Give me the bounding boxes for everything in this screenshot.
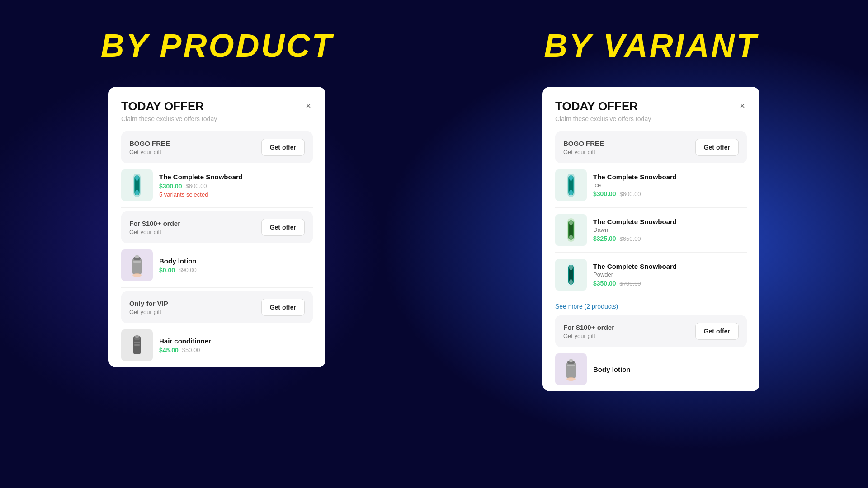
offer-100-text-variant: For $100+ order Get your gift <box>563 324 614 339</box>
offer-100-sublabel-product: Get your gift <box>129 229 180 235</box>
offer-card-product: TODAY OFFER Claim these exclusive offers… <box>108 87 326 367</box>
price-current-snowboard: $300.00 <box>159 183 182 190</box>
by-variant-title: BY VARIANT <box>544 27 758 64</box>
offer-section-bogo-variant: BOGO FREE Get your gift Get offer <box>555 131 747 163</box>
bogo-label-variant: BOGO FREE <box>563 140 604 147</box>
price-original-powder: $700.00 <box>620 280 641 287</box>
card-subtitle-variant: Claim these exclusive offers today <box>555 115 651 122</box>
price-row-snowboard-dawn: $325.00 $650.00 <box>593 235 747 242</box>
price-current-ice: $300.00 <box>593 190 616 197</box>
get-offer-100-product[interactable]: Get offer <box>261 219 305 236</box>
offer-card-variant: TODAY OFFER Claim these exclusive offers… <box>542 87 760 391</box>
card-header-text-variant: TODAY OFFER Claim these exclusive offers… <box>555 99 651 122</box>
bogo-sublabel-product: Get your gift <box>129 149 170 155</box>
price-original-ice: $600.00 <box>620 191 641 197</box>
product-image-conditioner <box>121 329 153 361</box>
offer-100-label-variant: For $100+ order <box>563 324 614 331</box>
product-item-conditioner-product: Hair conditioner $45.00 $50.00 <box>121 323 313 367</box>
product-info-lotion-variant: Body lotion <box>593 366 747 373</box>
svg-rect-13 <box>134 342 140 343</box>
product-info-snowboard-ice: The Complete Snowboard Ice $300.00 $600.… <box>593 173 747 197</box>
product-variant-dawn: Dawn <box>593 226 747 233</box>
svg-rect-8 <box>133 261 141 263</box>
price-row-lotion: $0.00 $90.00 <box>159 267 313 274</box>
close-button-variant[interactable]: × <box>738 99 747 112</box>
svg-point-9 <box>132 273 142 277</box>
vip-label-product: Only for VIP <box>129 300 168 307</box>
get-offer-vip-product[interactable]: Get offer <box>261 299 305 316</box>
product-name-snowboard-ice: The Complete Snowboard <box>593 173 747 181</box>
svg-rect-33 <box>567 365 575 366</box>
product-item-snowboard-product: The Complete Snowboard $300.00 $600.00 5… <box>121 163 313 208</box>
offer-100-label-product: For $100+ order <box>129 220 180 227</box>
product-image-snowboard <box>121 169 153 201</box>
price-current-powder: $350.00 <box>593 280 616 287</box>
price-row-snowboard: $300.00 $600.00 <box>159 183 313 190</box>
product-item-snowboard-dawn: The Complete Snowboard Dawn $325.00 $650… <box>555 208 747 253</box>
product-info-snowboard-dawn: The Complete Snowboard Dawn $325.00 $650… <box>593 218 747 242</box>
svg-rect-7 <box>135 255 139 258</box>
offer-section-100-product: For $100+ order Get your gift Get offer <box>121 211 313 243</box>
get-offer-bogo-product[interactable]: Get offer <box>261 139 305 156</box>
product-name-conditioner: Hair conditioner <box>159 337 313 345</box>
close-button-product[interactable]: × <box>304 99 313 112</box>
offer-bogo-text: BOGO FREE Get your gift <box>129 140 170 155</box>
product-image-snowboard-ice <box>555 169 587 201</box>
product-item-lotion-product: Body lotion $0.00 $90.00 <box>121 243 313 288</box>
product-info-conditioner: Hair conditioner $45.00 $50.00 <box>159 337 313 354</box>
card-header-product: TODAY OFFER Claim these exclusive offers… <box>121 99 313 122</box>
get-offer-100-variant[interactable]: Get offer <box>695 323 739 340</box>
card-title-product: TODAY OFFER <box>121 99 217 113</box>
price-original-dawn: $650.00 <box>620 235 641 242</box>
offer-section-vip-product: Only for VIP Get your gift Get offer <box>121 291 313 323</box>
price-row-snowboard-ice: $300.00 $600.00 <box>593 190 747 197</box>
product-info-lotion: Body lotion $0.00 $90.00 <box>159 257 313 274</box>
svg-rect-32 <box>569 359 573 362</box>
product-name-snowboard-powder: The Complete Snowboard <box>593 263 747 270</box>
product-name-lotion-variant: Body lotion <box>593 366 747 373</box>
product-item-snowboard-powder: The Complete Snowboard Powder $350.00 $7… <box>555 253 747 297</box>
svg-point-29 <box>569 279 573 285</box>
product-image-lotion <box>121 249 153 281</box>
offer-100-text: For $100+ order Get your gift <box>129 220 180 235</box>
offer-bogo-text-variant: BOGO FREE Get your gift <box>563 140 604 155</box>
svg-point-18 <box>569 175 573 181</box>
svg-point-28 <box>569 265 573 270</box>
product-name-snowboard-dawn: The Complete Snowboard <box>593 218 747 225</box>
svg-point-19 <box>569 190 573 195</box>
card-title-variant: TODAY OFFER <box>555 99 651 113</box>
price-row-snowboard-powder: $350.00 $700.00 <box>593 280 747 287</box>
svg-point-3 <box>135 175 139 181</box>
price-original-snowboard: $600.00 <box>186 183 207 189</box>
product-variant-ice: Ice <box>593 182 747 188</box>
bogo-label-product: BOGO FREE <box>129 140 170 147</box>
offer-section-bogo-product: BOGO FREE Get your gift Get offer <box>121 131 313 163</box>
product-item-snowboard-ice: The Complete Snowboard Ice $300.00 $600.… <box>555 163 747 208</box>
variants-selected-snowboard: 5 variants selected <box>159 191 313 198</box>
price-current-dawn: $325.00 <box>593 235 616 242</box>
price-original-conditioner: $50.00 <box>182 347 200 353</box>
product-name-lotion: Body lotion <box>159 257 313 265</box>
vip-sublabel-product: Get your gift <box>129 309 168 315</box>
product-image-lotion-variant <box>555 353 587 385</box>
price-original-lotion: $90.00 <box>179 267 197 273</box>
offer-100-sublabel-variant: Get your gift <box>563 333 614 339</box>
card-header-text: TODAY OFFER Claim these exclusive offers… <box>121 99 217 122</box>
svg-point-4 <box>135 190 139 195</box>
svg-point-34 <box>566 377 576 381</box>
svg-point-23 <box>569 220 573 225</box>
see-more-link[interactable]: See more (2 products) <box>555 297 747 315</box>
card-subtitle-product: Claim these exclusive offers today <box>121 115 217 122</box>
column-by-product: BY PRODUCT TODAY OFFER Claim these exclu… <box>0 0 434 488</box>
product-image-snowboard-powder <box>555 259 587 291</box>
price-current-lotion: $0.00 <box>159 267 175 274</box>
bogo-sublabel-variant: Get your gift <box>563 149 604 155</box>
page-layout: BY PRODUCT TODAY OFFER Claim these exclu… <box>0 0 868 488</box>
svg-rect-12 <box>135 335 139 338</box>
price-row-conditioner: $45.00 $50.00 <box>159 347 313 354</box>
column-by-variant: BY VARIANT TODAY OFFER Claim these exclu… <box>434 0 868 488</box>
svg-point-24 <box>569 235 573 240</box>
price-current-conditioner: $45.00 <box>159 347 179 354</box>
get-offer-bogo-variant[interactable]: Get offer <box>695 139 739 156</box>
product-info-snowboard: The Complete Snowboard $300.00 $600.00 5… <box>159 173 313 198</box>
